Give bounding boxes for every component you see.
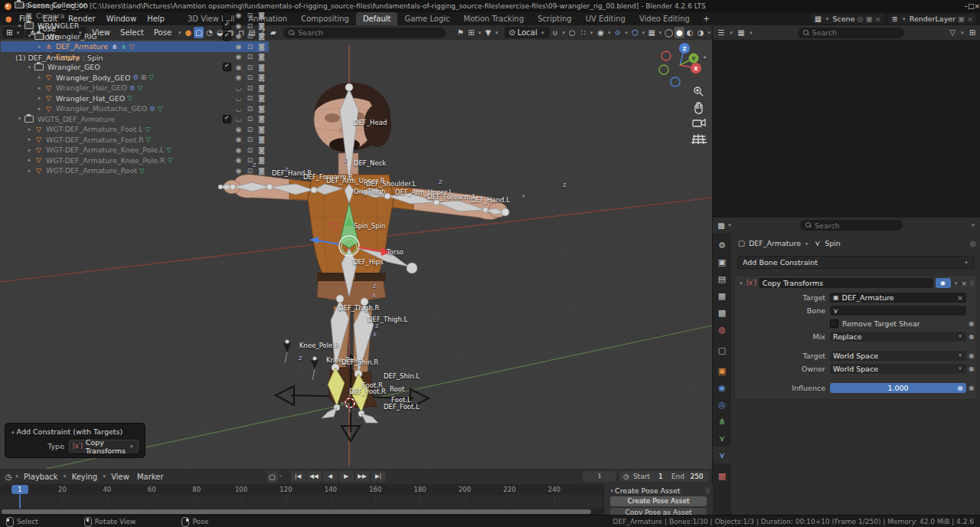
hide-eye-icon[interactable]: ◉ <box>234 32 243 40</box>
outliner-row[interactable]: ▸▽WGT-DEF_Armature_Foot.R▽◉⊡◙ <box>1 135 269 146</box>
shading-chevron-icon[interactable]: ▾ <box>707 30 712 36</box>
animate-dot-icon[interactable]: ● <box>966 385 977 391</box>
annotation-flag-icon[interactable]: ⚑ <box>456 27 466 38</box>
disable-render-icon[interactable]: ◙ <box>257 115 266 123</box>
hide-eye-icon[interactable]: ◉ <box>234 11 243 19</box>
create-pose-asset-button[interactable]: Create Pose Asset <box>610 496 707 506</box>
disable-viewport-icon[interactable]: ⊡ <box>246 94 254 102</box>
filter-funnel-icon[interactable]: ▼ <box>483 27 493 38</box>
animate-dot-icon[interactable]: ● <box>966 320 977 327</box>
outliner-row[interactable]: ▾WGTS_DEF_Armature◡⊡◙ <box>1 114 269 125</box>
disable-viewport-icon[interactable]: ⊡ <box>246 11 254 19</box>
disable-render-icon[interactable]: ◙ <box>257 84 266 92</box>
bone-field[interactable]: ⋎ <box>830 306 966 316</box>
disable-render-icon[interactable]: ◙ <box>257 156 266 164</box>
expand-icon[interactable]: ▸ <box>25 147 34 153</box>
outliner-row[interactable]: ▸▽Wrangler_Mustache_GEO⚙▽◡⊡◙ <box>1 103 269 114</box>
expand-icon[interactable]: ▸ <box>35 106 44 112</box>
play-button[interactable]: ▶ <box>339 471 354 482</box>
disable-viewport-icon[interactable]: ⊡ <box>246 32 254 40</box>
properties-tab-texture[interactable]: ▩ <box>713 467 731 484</box>
exclude-checkbox[interactable] <box>223 115 231 123</box>
constraint-type-dropdown[interactable]: [x′] Copy Transforms ▾ <box>69 440 139 453</box>
hide-eye-icon[interactable]: ◉ <box>234 74 243 81</box>
exclude-checkbox[interactable] <box>223 21 231 30</box>
expand-icon[interactable]: ▸ <box>25 126 34 133</box>
expand-icon[interactable]: ▸ <box>25 136 34 142</box>
expand-icon[interactable]: ▸ <box>35 74 44 80</box>
disable-viewport-icon[interactable]: ⊡ <box>246 43 254 51</box>
expand-icon[interactable]: ▸ <box>25 168 34 174</box>
stopwatch-icon[interactable]: ◷ <box>623 473 629 480</box>
nib-icon[interactable]: ▰ <box>268 27 278 38</box>
menu-playback[interactable]: Playback <box>20 473 62 481</box>
properties-tab-output[interactable]: ▤ <box>713 270 731 287</box>
hide-eye-icon[interactable]: ◉ <box>234 43 243 51</box>
hide-eye-icon[interactable]: ◉ <box>234 22 243 30</box>
constraint-enable-eye-icon[interactable]: ◉ <box>936 278 951 288</box>
disable-render-icon[interactable]: ◙ <box>257 74 266 81</box>
outliner-row[interactable]: ▾Wrangler_RIG◉⊡◙ <box>1 31 269 42</box>
filter-funnel-icon[interactable]: ▽ <box>947 27 958 38</box>
disable-viewport-icon[interactable]: ⊡ <box>246 156 254 164</box>
disable-viewport-icon[interactable]: ⊡ <box>246 167 254 175</box>
properties-tab-bone[interactable]: ⋎ <box>713 430 731 447</box>
play-reverse-button[interactable]: ◀ <box>323 471 338 482</box>
editors-icon[interactable]: ⊞ <box>466 27 476 38</box>
visibility-icon[interactable]: ◉ <box>596 27 606 38</box>
disable-render-icon[interactable]: ◙ <box>257 53 266 61</box>
disable-viewport-icon[interactable]: ⊡ <box>246 146 254 154</box>
end-value-field[interactable]: 250 <box>688 473 705 480</box>
properties-search[interactable]: Search <box>800 220 903 231</box>
orientation-dropdown[interactable]: ⊙Local▾ <box>505 27 549 38</box>
pin-id-icon[interactable]: ◎ <box>970 239 976 247</box>
disable-render-icon[interactable]: ◙ <box>257 94 266 102</box>
current-frame-field[interactable]: 1 <box>583 471 616 482</box>
properties-tab-collection[interactable]: ▢ <box>713 342 731 358</box>
outliner-row[interactable]: ▾Wrangler_GEO◉⊡◙ <box>1 62 269 73</box>
workspace-tab-compositing[interactable]: Compositing <box>294 12 356 25</box>
disable-render-icon[interactable]: ◙ <box>257 167 266 175</box>
disable-viewport-icon[interactable]: ⊡ <box>246 53 254 61</box>
proportional-editing-icon[interactable]: ○ <box>567 27 577 38</box>
workspace-tab-video-editing[interactable]: Video Editing <box>632 12 697 25</box>
disable-viewport-icon[interactable]: ⊡ <box>246 84 254 92</box>
owner-dropdown[interactable]: World Space▾ <box>830 364 966 374</box>
display-mode-icon[interactable]: ☰ <box>716 27 727 38</box>
scene-selector[interactable]: ▦▾ Scene ◎ ▣ × <box>812 14 884 24</box>
disable-viewport-icon[interactable]: ⊡ <box>246 136 254 143</box>
hide-eye-icon[interactable]: ◉ <box>234 53 243 61</box>
xray-icon[interactable]: ▦ <box>647 27 657 38</box>
reset-icon[interactable]: ⊗ <box>957 384 963 392</box>
breadcrumb-bone[interactable]: Spin <box>825 239 841 247</box>
viewport-search[interactable]: Search <box>283 28 446 38</box>
hide-eye-icon[interactable]: ◉ <box>234 136 243 143</box>
disable-render-icon[interactable]: ◙ <box>257 43 266 51</box>
constraint-panel-header[interactable]: ▾ [x′] Copy Transforms ◉ ▾ × ⣿ <box>735 276 977 290</box>
disable-viewport-icon[interactable]: ⊡ <box>246 22 254 30</box>
add-bone-constraint-button[interactable]: Add Bone Constraint ▾ <box>737 256 975 269</box>
clear-icon[interactable]: × <box>957 293 963 302</box>
hide-eye-icon[interactable]: ◉ <box>234 64 243 71</box>
scrollbar-thumb[interactable] <box>2 509 591 514</box>
drag-handle-icon[interactable]: ⣿ <box>705 487 710 494</box>
disable-viewport-icon[interactable]: ⊡ <box>246 74 254 81</box>
hide-eye-icon[interactable]: ◉ <box>234 126 243 133</box>
expand-icon[interactable]: ▾ <box>15 23 24 29</box>
menu-keying[interactable]: Keying <box>68 473 102 481</box>
outliner-row[interactable]: ▸▽Wrangler_Body_GEO⚙⊞▽◉⊡◙ <box>1 73 269 83</box>
disable-render-icon[interactable]: ◙ <box>257 64 266 71</box>
unlink-icon[interactable]: × <box>875 15 881 23</box>
outliner-row[interactable]: ▸▽Wrangler_Hat_GEO▽◡⊡◙ <box>1 93 269 104</box>
options-chevron-icon[interactable]: ▾ <box>970 222 976 228</box>
animate-dot-icon[interactable]: ● <box>966 333 977 340</box>
timeline-ruler[interactable]: 20406080100120140160180200220240 <box>0 484 603 495</box>
collapse-icon[interactable]: ▾ <box>11 430 15 436</box>
disable-render-icon[interactable]: ◙ <box>257 11 266 19</box>
timeline-scrollbar[interactable] <box>0 509 603 515</box>
workspace-tab-default[interactable]: Default <box>356 12 398 25</box>
menu-marker[interactable]: Marker <box>133 473 168 481</box>
exclude-checkbox[interactable] <box>223 11 231 20</box>
extras-chevron-icon[interactable]: ▾ <box>953 280 959 286</box>
disable-viewport-icon[interactable]: ⊡ <box>246 115 254 123</box>
